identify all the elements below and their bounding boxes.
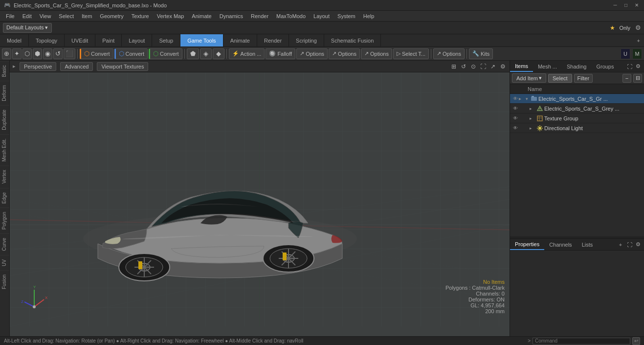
tool-icon-1[interactable]: ⊕: [2, 48, 11, 59]
items-list[interactable]: 👁 ▸ ▾ Electric_Sports_Car_S_Gr ... 👁: [510, 94, 644, 236]
sidebar-item-polygon[interactable]: Polygon: [0, 207, 9, 233]
viewport-expand-icon[interactable]: ▸: [13, 63, 16, 69]
menu-texture[interactable]: Texture: [128, 12, 153, 20]
convert-orange-button[interactable]: ⬡ Convert: [80, 48, 113, 59]
menu-render[interactable]: Render: [247, 12, 272, 20]
titlebar-controls[interactable]: ─ □ ✕: [612, 2, 640, 9]
display-button[interactable]: ◈: [200, 48, 212, 59]
viewport-icon-3[interactable]: ⊙: [469, 63, 477, 70]
convert-blue-button[interactable]: ⬡ Convert: [114, 48, 148, 59]
minimize-button[interactable]: ─: [612, 2, 619, 9]
collapse-button[interactable]: ⊟: [633, 74, 642, 83]
kits-button[interactable]: 🔧 Kits: [469, 48, 493, 59]
menu-animate[interactable]: Animate: [188, 12, 215, 20]
command-submit[interactable]: ↩: [632, 337, 640, 345]
viewport-icon-5[interactable]: ↗: [489, 63, 497, 70]
menu-vertexmap[interactable]: Vertex Map: [153, 12, 188, 20]
panel-tab-mesh[interactable]: Mesh ...: [533, 62, 562, 71]
prop-gear-icon[interactable]: ⚙: [634, 241, 642, 249]
prop-expand-icon[interactable]: ⛶: [625, 241, 633, 249]
item-row-mesh[interactable]: 👁 ▸ Electric_Sports_Car_S_Grey ...: [510, 104, 644, 114]
close-button[interactable]: ✕: [633, 2, 640, 9]
layout-dropdown[interactable]: Default Layouts ▾: [3, 23, 52, 33]
menu-view[interactable]: View: [36, 12, 55, 20]
tool-icon-5[interactable]: ◉: [43, 48, 52, 59]
panel-tab-shading[interactable]: Shading: [562, 62, 591, 71]
panel-tab-groups[interactable]: Groups: [591, 62, 619, 71]
viewport-icon-6[interactable]: ⚙: [499, 63, 507, 70]
prop-tab-channels[interactable]: Channels: [544, 240, 577, 250]
item-expand-1[interactable]: ▾: [526, 96, 530, 101]
advanced-button[interactable]: Advanced: [60, 62, 93, 71]
sidebar-item-duplicate[interactable]: Duplicate: [0, 105, 9, 134]
minus-button[interactable]: −: [622, 74, 631, 83]
select-button[interactable]: Select: [548, 74, 572, 83]
sidebar-item-fusion[interactable]: Fusion: [0, 270, 9, 293]
tab-topology[interactable]: Topology: [29, 34, 65, 46]
viewport-icon-2[interactable]: ↺: [460, 63, 467, 70]
gear-icon[interactable]: ⚙: [635, 24, 641, 31]
textures-button[interactable]: Viewport Textures: [97, 62, 148, 71]
perspective-button[interactable]: Perspective: [20, 62, 56, 71]
panel-expand-icon[interactable]: ⛶: [625, 63, 633, 70]
options2-button[interactable]: ↗ Options: [329, 48, 360, 59]
options-button[interactable]: ↗ Options: [296, 48, 328, 59]
menu-layout[interactable]: Layout: [310, 12, 333, 20]
unreal-button[interactable]: U: [621, 48, 630, 59]
tool-icon-7[interactable]: ⬛: [64, 48, 75, 59]
menu-dynamics[interactable]: Dynamics: [216, 12, 247, 20]
prop-tab-lists[interactable]: Lists: [577, 240, 598, 250]
sidebar-item-edge[interactable]: Edge: [0, 188, 9, 207]
menu-select[interactable]: Select: [55, 12, 78, 20]
options4-button[interactable]: ↗ Options: [433, 48, 465, 59]
falloff-button[interactable]: 🔘 Falloff: [266, 48, 295, 59]
item-eye-3[interactable]: 👁: [512, 115, 519, 122]
sidebar-item-deform[interactable]: Deform: [0, 81, 9, 105]
sidebar-item-meshedit[interactable]: Mesh Edit.: [0, 134, 9, 165]
viewport-icon-1[interactable]: ⊞: [450, 63, 458, 70]
options3-button[interactable]: ↗ Options: [361, 48, 392, 59]
panel-gear-icon[interactable]: ⚙: [634, 63, 642, 70]
tab-render[interactable]: Render: [257, 34, 289, 46]
tab-layout[interactable]: Layout: [122, 34, 152, 46]
tab-scripting[interactable]: Scripting: [289, 34, 324, 46]
tab-paint[interactable]: Paint: [95, 34, 122, 46]
tab-gametools[interactable]: Game Tools: [180, 34, 223, 46]
tab-model[interactable]: Model: [0, 34, 29, 46]
item-row-light[interactable]: 👁 ▸ D: [510, 123, 644, 133]
tool-icon-2[interactable]: ✦: [12, 48, 22, 59]
convert-green-button[interactable]: ⬡ Convert: [149, 48, 182, 59]
prop-add-icon[interactable]: +: [617, 241, 624, 249]
menu-file[interactable]: File: [2, 12, 19, 20]
menu-geometry[interactable]: Geometry: [96, 12, 127, 20]
viewport[interactable]: ▸ Perspective Advanced Viewport Textures…: [10, 61, 510, 336]
tab-setup[interactable]: Setup: [152, 34, 180, 46]
item-eye-4[interactable]: 👁: [512, 125, 519, 132]
tool-icon-6[interactable]: ↺: [53, 48, 63, 59]
chevron-right-icon[interactable]: >: [528, 338, 531, 344]
panel-tab-items[interactable]: Items: [510, 61, 533, 72]
sidebar-item-curve[interactable]: Curve: [0, 233, 9, 255]
item-eye-2[interactable]: 👁: [512, 105, 519, 112]
tab-schematic[interactable]: Schematic Fusion: [324, 34, 381, 46]
menu-edit[interactable]: Edit: [19, 12, 36, 20]
action-button[interactable]: ⚡ Action ...: [229, 48, 265, 59]
tool-icon-3[interactable]: ⬡: [22, 48, 32, 59]
sidebar-item-vertex[interactable]: Vertex: [0, 165, 9, 187]
sidebar-item-uv[interactable]: UV: [0, 255, 9, 270]
filter-button[interactable]: Filter: [574, 74, 593, 83]
item-row-group[interactable]: 👁 ▸ ▾ Electric_Sports_Car_S_Gr ...: [510, 94, 644, 104]
sidebar-item-basic[interactable]: Basic: [0, 61, 9, 81]
tab-animate[interactable]: Animate: [223, 34, 257, 46]
prop-tab-properties[interactable]: Properties: [510, 239, 544, 250]
maximize-button[interactable]: □: [622, 2, 629, 9]
select-t-button[interactable]: ▷ Select T...: [393, 48, 429, 59]
display2-button[interactable]: ◆: [213, 48, 224, 59]
menu-item[interactable]: Item: [78, 12, 96, 20]
menu-help[interactable]: Help: [359, 12, 378, 20]
tab-add[interactable]: +: [633, 36, 644, 46]
menu-maxtomodo[interactable]: MaxToModo: [272, 12, 310, 20]
tool-icon-4[interactable]: ⬢: [33, 48, 42, 59]
command-input[interactable]: [533, 338, 630, 345]
viewport-canvas[interactable]: X Y Z No Items Polygons : Catmull-Clark …: [10, 72, 510, 326]
